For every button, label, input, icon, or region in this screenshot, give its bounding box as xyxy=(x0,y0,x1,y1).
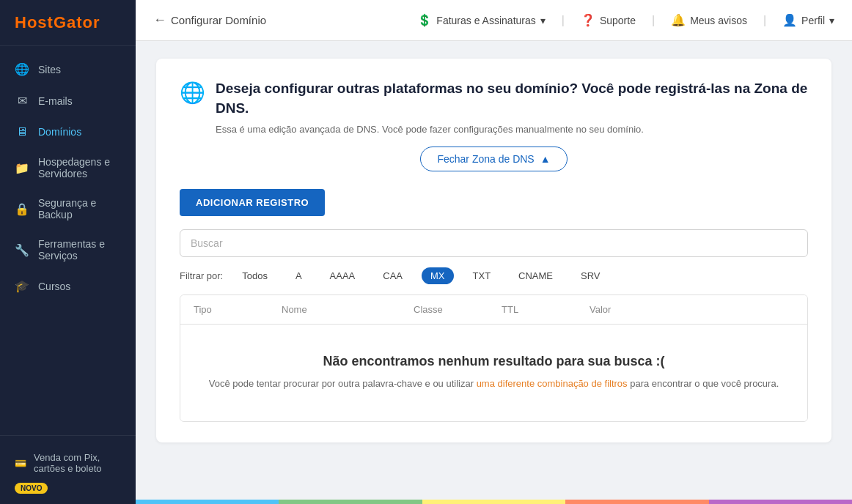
footer-seg-1 xyxy=(136,500,279,504)
promo-icon: 💳 xyxy=(15,458,26,469)
table-header: Tipo Nome Classe TTL Valor xyxy=(180,295,807,325)
filter-chip-todos[interactable]: Todos xyxy=(233,267,276,284)
col-classe: Classe xyxy=(414,304,502,315)
faturas-icon: 💲 xyxy=(417,13,432,27)
empty-title: Não encontramos nenhum resultado para su… xyxy=(195,354,793,369)
sidebar-item-cursos[interactable]: 🎓 Cursos xyxy=(0,270,136,302)
avisos-action[interactable]: 🔔 Meus avisos xyxy=(671,13,747,27)
close-dns-zone-button[interactable]: Fechar Zona de DNS ▲ xyxy=(420,147,567,171)
col-nome: Nome xyxy=(282,304,414,315)
suporte-icon: ❓ xyxy=(581,13,595,27)
dns-zone-btn-wrap: Fechar Zona de DNS ▲ xyxy=(180,147,808,171)
footer-seg-2 xyxy=(279,500,422,504)
empty-message: Você pode tentar procurar por outra pala… xyxy=(195,377,793,392)
logo-text: HostGator xyxy=(15,13,100,32)
close-dns-zone-label: Fechar Zona de DNS xyxy=(437,153,534,165)
dns-banner: 🌐 Deseja configurar outras plataformas n… xyxy=(180,79,808,135)
filter-chip-a[interactable]: A xyxy=(287,267,311,284)
footer-seg-5 xyxy=(709,500,852,504)
footer-seg-4 xyxy=(565,500,708,504)
footer-seg-3 xyxy=(422,500,565,504)
divider2: | xyxy=(652,14,655,27)
back-arrow-icon: ← xyxy=(153,12,166,28)
filter-chip-caa[interactable]: CAA xyxy=(374,267,411,284)
faturas-action[interactable]: 💲 Faturas e Assinaturas ▾ xyxy=(417,13,545,27)
sidebar-label-sites: Sites xyxy=(38,64,61,75)
sidebar-nav: 🌐 Sites ✉ E-mails 🖥 Domínios 📁 Hospedage… xyxy=(0,46,136,435)
search-wrap xyxy=(180,229,808,257)
app-logo: HostGator xyxy=(0,0,136,46)
suporte-action[interactable]: ❓ Suporte xyxy=(581,13,636,27)
topbar-actions: 💲 Faturas e Assinaturas ▾ | ❓ Suporte | … xyxy=(417,13,834,27)
sidebar-label-dominios: Domínios xyxy=(38,126,81,138)
search-input[interactable] xyxy=(180,229,808,257)
table-empty-state: Não encontramos nenhum resultado para su… xyxy=(180,325,807,421)
sidebar-item-hospedagens[interactable]: 📁 Hospedagens e Servidores xyxy=(0,147,136,188)
col-ttl: TTL xyxy=(502,304,590,315)
bell-icon: 🔔 xyxy=(671,13,686,27)
sites-icon: 🌐 xyxy=(15,62,29,76)
dns-table: Tipo Nome Classe TTL Valor Não encontram… xyxy=(180,294,808,422)
sidebar-label-cursos: Cursos xyxy=(38,281,70,292)
faturas-label: Faturas e Assinaturas xyxy=(436,15,535,26)
sidebar-label-ferramentas: Ferramentas e Serviços xyxy=(38,238,121,262)
add-record-button[interactable]: ADICIONAR REGISTRO xyxy=(180,189,325,216)
filter-chip-aaaa[interactable]: AAAA xyxy=(321,267,364,284)
user-icon: 👤 xyxy=(782,13,797,27)
avisos-label: Meus avisos xyxy=(690,15,747,26)
sidebar-item-dominios[interactable]: 🖥 Domínios xyxy=(0,116,136,147)
dominios-icon: 🖥 xyxy=(15,125,29,138)
filter-chip-txt[interactable]: TXT xyxy=(464,267,500,284)
footer-bar xyxy=(136,500,852,504)
filter-chip-srv[interactable]: SRV xyxy=(572,267,609,284)
sidebar-item-sites[interactable]: 🌐 Sites xyxy=(0,53,136,85)
banner-title: Deseja configurar outras plataformas no … xyxy=(216,79,808,118)
seguranca-icon: 🔒 xyxy=(15,202,29,216)
banner-subtitle: Essa é uma edição avançada de DNS. Você … xyxy=(216,124,808,135)
faturas-chevron-icon: ▾ xyxy=(540,15,546,26)
hospedagens-icon: 📁 xyxy=(15,161,29,175)
dns-banner-text: Deseja configurar outras plataformas no … xyxy=(216,79,808,135)
dns-card: 🌐 Deseja configurar outras plataformas n… xyxy=(156,59,831,442)
emails-icon: ✉ xyxy=(15,94,29,108)
sidebar-label-seguranca: Segurança e Backup xyxy=(38,197,121,220)
back-button[interactable]: ← Configurar Domínio xyxy=(153,12,266,28)
promo-label: Venda com Pix, cartões e boleto xyxy=(34,452,121,474)
ferramentas-icon: 🔧 xyxy=(15,243,29,257)
content-area: 🌐 Deseja configurar outras plataformas n… xyxy=(136,41,852,500)
chevron-up-icon: ▲ xyxy=(540,153,551,165)
sidebar-promo-item[interactable]: 💳 Venda com Pix, cartões e boleto xyxy=(15,446,121,480)
sidebar-item-emails[interactable]: ✉ E-mails xyxy=(0,85,136,116)
main-area: ← Configurar Domínio 💲 Faturas e Assinat… xyxy=(136,0,852,504)
suporte-label: Suporte xyxy=(600,15,636,26)
filter-bar: Filtrar por: TodosAAAAACAAMXTXTCNAMESRV xyxy=(180,267,808,284)
divider1: | xyxy=(562,14,565,27)
sidebar-label-hospedagens: Hospedagens e Servidores xyxy=(38,156,121,179)
cursos-icon: 🎓 xyxy=(15,279,29,293)
perfil-action[interactable]: 👤 Perfil ▾ xyxy=(782,13,834,27)
sidebar-bottom[interactable]: 💳 Venda com Pix, cartões e boleto NOVO xyxy=(0,435,136,504)
back-label: Configurar Domínio xyxy=(171,14,266,26)
sidebar-item-ferramentas[interactable]: 🔧 Ferramentas e Serviços xyxy=(0,229,136,270)
sidebar-item-seguranca[interactable]: 🔒 Segurança e Backup xyxy=(0,188,136,229)
col-tipo: Tipo xyxy=(194,304,282,315)
col-valor: Valor xyxy=(590,304,794,315)
perfil-chevron-icon: ▾ xyxy=(829,15,834,26)
perfil-label: Perfil xyxy=(801,15,825,26)
filter-label: Filtrar por: xyxy=(180,270,223,281)
divider3: | xyxy=(763,14,766,27)
filter-chip-mx[interactable]: MX xyxy=(422,267,454,284)
sidebar: HostGator 🌐 Sites ✉ E-mails 🖥 Domínios 📁… xyxy=(0,0,136,504)
sidebar-label-emails: E-mails xyxy=(38,95,73,107)
topbar: ← Configurar Domínio 💲 Faturas e Assinat… xyxy=(136,0,852,41)
novo-badge: NOVO xyxy=(15,483,48,494)
globe-icon: 🌐 xyxy=(180,81,205,105)
filter-chip-cname[interactable]: CNAME xyxy=(510,267,562,284)
